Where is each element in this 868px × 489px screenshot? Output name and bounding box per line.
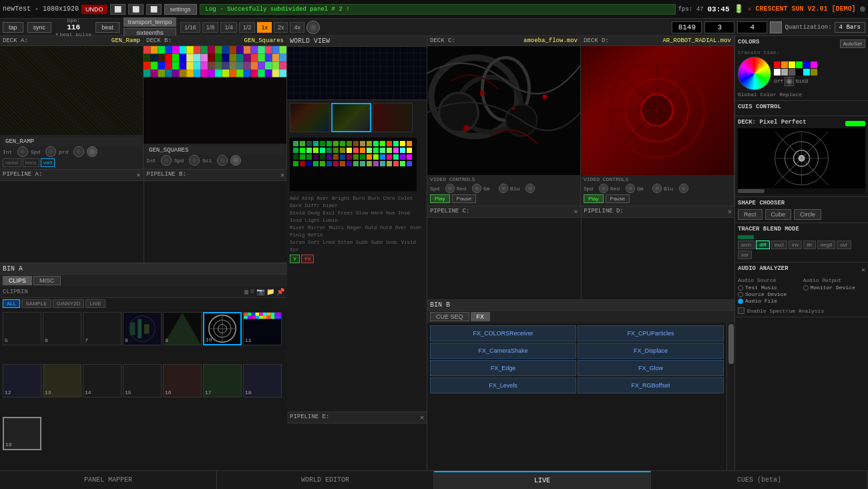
- neg8-btn[interactable]: neg8: [817, 240, 836, 249]
- deck-c-play[interactable]: Play: [430, 194, 450, 203]
- vert-btn[interactable]: vert: [41, 158, 55, 167]
- speed-btn-18[interactable]: 1/8: [202, 22, 219, 33]
- inv-btn[interactable]: inv: [789, 240, 802, 249]
- sync-button[interactable]: sync: [27, 22, 52, 33]
- swatch-white[interactable]: [774, 69, 781, 75]
- c-gm-knob[interactable]: [499, 184, 508, 193]
- fx-camera-shake[interactable]: FX_CameraShake: [430, 343, 576, 359]
- clip-item-17[interactable]: 17: [203, 364, 242, 397]
- camera-icon[interactable]: 📷: [256, 288, 264, 296]
- speed-btn-4x[interactable]: 4x: [290, 22, 304, 33]
- fx-glow[interactable]: FX_Glow: [578, 360, 724, 376]
- speed-btn-1x[interactable]: 1x: [257, 22, 272, 33]
- window-icon-btn-1[interactable]: ⬜: [110, 4, 126, 15]
- clip-item-14[interactable]: 14: [83, 364, 122, 397]
- speed-btn-12[interactable]: 1/2: [239, 22, 256, 33]
- clip-item-5[interactable]: 5: [3, 312, 41, 345]
- d-spd-knob[interactable]: [599, 184, 608, 193]
- blend-thumb-2[interactable]: [331, 103, 371, 132]
- fx-levels[interactable]: FX_Levels: [430, 377, 576, 393]
- clip-item-11[interactable]: 11: [243, 312, 282, 345]
- settings-button[interactable]: settings: [164, 4, 197, 15]
- clip-item-7[interactable]: 7: [83, 312, 122, 345]
- deck-d-preview[interactable]: [581, 46, 734, 175]
- blend-thumb-3[interactable]: [373, 103, 413, 132]
- swatch-gray[interactable]: [781, 69, 788, 75]
- speed-btn-14[interactable]: 1/4: [220, 22, 237, 33]
- c-spd-knob[interactable]: [445, 184, 455, 193]
- b-spd-knob[interactable]: [189, 155, 200, 166]
- clip-item-9[interactable]: 9: [163, 312, 202, 345]
- deck-d-pause[interactable]: Pause: [606, 194, 630, 203]
- clip-item-16[interactable]: 16: [163, 364, 202, 397]
- b-sci-knob[interactable]: [217, 155, 228, 166]
- folder-icon[interactable]: 📁: [266, 288, 274, 296]
- extra-knob-a[interactable]: [87, 146, 97, 157]
- swatch-orange[interactable]: [781, 61, 788, 68]
- audio-analyzer-close[interactable]: ✕: [861, 266, 865, 274]
- excl-btn[interactable]: excl: [771, 240, 787, 249]
- color-wheel[interactable]: [738, 57, 771, 90]
- audio-radio-file[interactable]: [738, 299, 743, 304]
- clip-item-8[interactable]: 8: [123, 312, 162, 345]
- cube-btn[interactable]: Cube: [765, 209, 792, 220]
- deck-c-preview[interactable]: [427, 46, 580, 175]
- deck-a-preview[interactable]: [0, 46, 143, 135]
- fx-edge[interactable]: FX_Edge: [430, 360, 576, 376]
- int-knob[interactable]: [17, 146, 28, 157]
- speed-btn-116[interactable]: 1/16: [180, 22, 200, 33]
- c-blu-knob[interactable]: [525, 184, 535, 193]
- pipeline-a-close[interactable]: ✕: [136, 171, 140, 179]
- prd-knob[interactable]: [73, 146, 84, 157]
- d-blu-knob[interactable]: [679, 184, 688, 193]
- pipeline-c-close[interactable]: ✕: [574, 208, 578, 216]
- horiz-btn[interactable]: horiz: [23, 158, 39, 167]
- pipeline-d-close[interactable]: ✕: [728, 208, 732, 216]
- deck-d-play[interactable]: Play: [584, 194, 604, 203]
- d-gm-knob[interactable]: [652, 184, 662, 193]
- world-view-main[interactable]: [287, 47, 427, 100]
- world-editor-tab[interactable]: WORLD EDITOR: [217, 471, 434, 489]
- rect-btn[interactable]: Rect: [738, 209, 763, 220]
- clip-item-10[interactable]: 10: [203, 312, 242, 345]
- clips-tab[interactable]: CLIPS: [3, 276, 32, 285]
- filter-all[interactable]: ALL: [3, 299, 20, 308]
- blend-thumb-1[interactable]: [290, 103, 330, 132]
- square-button[interactable]: [770, 21, 782, 33]
- diff-btn[interactable]: diff: [756, 240, 770, 249]
- swatch-yellow[interactable]: [789, 61, 795, 68]
- swatch-red[interactable]: [774, 61, 781, 68]
- deck-b-preview[interactable]: [144, 46, 286, 144]
- filter-ginny2d[interactable]: GINNY2D: [53, 299, 85, 308]
- auto-set-button[interactable]: AutoSet: [840, 39, 865, 48]
- xor-btn[interactable]: xor: [738, 251, 752, 259]
- clip-item-19[interactable]: 19: [3, 417, 41, 450]
- filter-sample[interactable]: SAMPLE: [21, 299, 51, 308]
- speed-btn-2x[interactable]: 2x: [274, 22, 288, 33]
- b-int-knob[interactable]: [161, 155, 172, 166]
- pipeline-e-close[interactable]: ✕: [420, 414, 424, 422]
- fx-tab[interactable]: FX: [471, 312, 491, 321]
- scrn-btn[interactable]: scrn: [738, 240, 754, 249]
- clip-item-12[interactable]: 12: [3, 364, 41, 397]
- pin-icon[interactable]: 📌: [276, 288, 284, 296]
- panel-mapper-tab[interactable]: PANEL MAPPER: [0, 471, 217, 489]
- radial-btn[interactable]: radial: [3, 158, 21, 167]
- pixel-scrollbar[interactable]: [738, 188, 865, 194]
- litr-btn[interactable]: litr: [803, 240, 815, 249]
- close-circle-icon[interactable]: ⊗: [860, 3, 865, 15]
- clip-item-13[interactable]: 13: [43, 364, 81, 397]
- filter-live[interactable]: LIVE: [85, 299, 105, 308]
- swatch-blue[interactable]: [803, 61, 810, 68]
- swatch-darkgray[interactable]: [789, 69, 795, 75]
- tap-button[interactable]: tap: [3, 22, 23, 33]
- swatch-cyan[interactable]: [803, 69, 810, 75]
- b-extra-knob[interactable]: [230, 155, 241, 166]
- swatch-olive[interactable]: [811, 69, 817, 75]
- fit-button[interactable]: Y: [290, 255, 300, 263]
- spd-knob[interactable]: [45, 146, 56, 157]
- transport-tempo-btn[interactable]: transport_tempo: [124, 17, 177, 27]
- circle-btn[interactable]: Circle: [794, 209, 821, 220]
- cues-beta-tab[interactable]: CUES (beta): [651, 471, 868, 489]
- undo-button[interactable]: UNDO: [81, 5, 107, 14]
